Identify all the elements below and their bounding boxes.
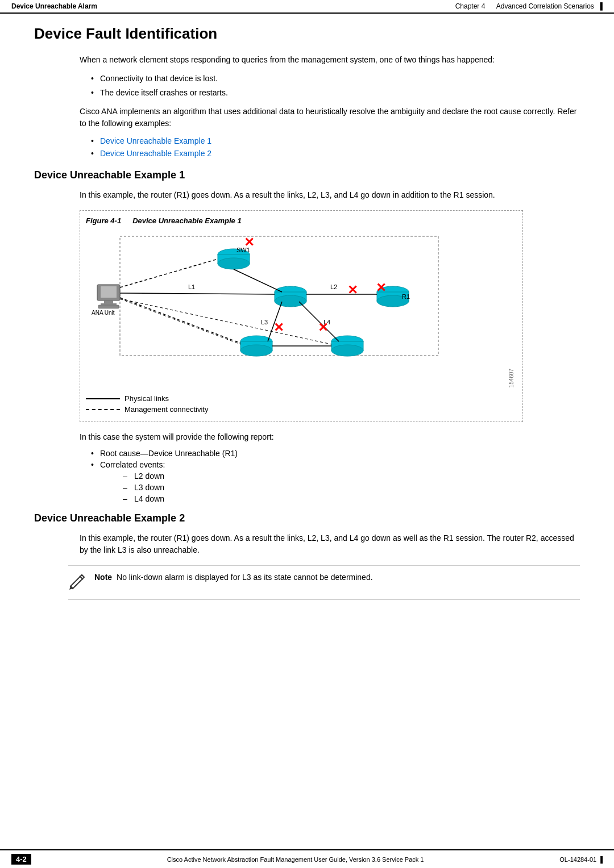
note-label: Note [94,573,112,582]
svg-point-14 [275,295,306,307]
section2-title: Device Unreachable Example 2 [34,512,580,524]
link-example-2[interactable]: Device Unreachable Example 2 [100,149,211,158]
link-example-1[interactable]: Device Unreachable Example 1 [100,136,211,145]
svg-line-24 [120,259,218,287]
report-bullets: Root cause—Device Unreachable (R1) Corre… [91,449,580,503]
legend-solid: Physical links [86,394,517,403]
l2-x-mark: ✕ [347,283,358,297]
intro-paragraph: When a network element stops responding … [80,54,580,66]
chapter-info: Chapter 4 Advanced Correlation Scenarios… [455,2,603,10]
link-item-1[interactable]: Device Unreachable Example 1 [91,136,580,145]
section1-title: Device Unreachable Example 1 [34,169,580,181]
intro-bullets: Connectivity to that device is lost. The… [91,73,580,99]
legend-dashed-label: Management connectivity [125,405,208,414]
section2-intro: In this example, the router (R1) goes do… [80,532,580,556]
sub-l4: L4 down [123,494,580,503]
footer: 4-2 Cisco Active Network Abstraction Fau… [0,849,614,868]
pencil-icon [68,573,86,591]
figure-svg-wrap: ANA Unit SW1 ✕ R1 ✕ [86,231,517,390]
footer-page-num: 4-2 [11,854,31,865]
note-box: Note No link-down alarm is displayed for… [68,565,580,600]
chapter-title: Advanced Correlation Scenarios [496,2,594,10]
top-header: Device Unreachable Alarm Chapter 4 Advan… [0,0,614,14]
sub-events-list: L2 down L3 down L4 down [123,471,580,503]
svg-rect-2 [101,286,117,298]
figure-1: Figure 4-1 Device Unreachable Example 1 … [80,210,523,422]
bullet-2: The device itself crashes or restarts. [91,87,580,99]
svg-rect-4 [101,303,117,305]
svg-line-29 [120,299,240,344]
correlated-events-bullet: Correlated events: L2 down L3 down L4 do… [91,460,580,503]
legend-solid-line [86,398,120,399]
svg-line-21 [120,293,275,294]
algo-text: Cisco ANA implements an algorithm that u… [80,106,580,130]
footer-doc-num: OL-14284-01 ▐ [559,856,603,863]
figure-num: Figure 4-1 [86,216,121,225]
l1-label: L1 [188,283,195,290]
section-label: Device Unreachable Alarm [11,2,97,10]
svg-line-25 [120,298,240,343]
note-content: Note No link-down alarm is displayed for… [94,571,373,583]
svg-point-20 [331,345,363,356]
legend-dashed: Management connectivity [86,405,517,414]
figure-legend: Physical links Management connectivity [86,394,517,414]
sub-l3: L3 down [123,483,580,492]
figure-title: Device Unreachable Example 1 [132,216,242,225]
link-list: Device Unreachable Example 1 Device Unre… [91,136,580,158]
svg-line-31 [80,576,83,579]
note-icon [68,573,86,594]
network-diagram: ANA Unit SW1 ✕ R1 ✕ [86,231,484,384]
r1-label: R1 [402,293,410,300]
section1-intro: In this example, the router (R1) goes do… [80,189,580,201]
l3-label: L3 [261,319,268,326]
chapter-num: Chapter 4 [455,2,486,10]
figure-sidebar-num: 154607 [506,366,517,390]
sub-l2: L2 down [123,471,580,481]
legend-solid-label: Physical links [125,394,169,403]
l4-x-mark: ✕ [318,320,328,335]
page-title: Device Fault Identification [34,25,580,43]
footer-doc-title: Cisco Active Network Abstraction Fault M… [31,856,560,863]
ana-unit-label: ANA Unit [92,310,115,316]
svg-rect-5 [98,305,119,308]
main-content: Device Fault Identification When a netwo… [0,14,614,611]
note-text: No link-down alarm is displayed for L3 a… [117,573,373,582]
bullet-1: Connectivity to that device is lost. [91,73,580,85]
report-intro: In this case the system will provide the… [80,431,580,443]
l3-x-mark: ✕ [273,320,284,335]
legend-dashed-line [86,409,120,410]
svg-line-23 [234,269,282,292]
root-cause-bullet: Root cause—Device Unreachable (R1) [91,449,580,458]
figure-caption: Figure 4-1 Device Unreachable Example 1 [86,216,517,225]
svg-point-8 [218,258,250,269]
sw1-x-mark: ✕ [244,235,254,249]
svg-point-17 [240,345,272,356]
l2-label: L2 [330,283,337,290]
svg-rect-3 [104,301,113,303]
r1-x-mark: ✕ [376,281,386,295]
link-item-2[interactable]: Device Unreachable Example 2 [91,149,580,158]
